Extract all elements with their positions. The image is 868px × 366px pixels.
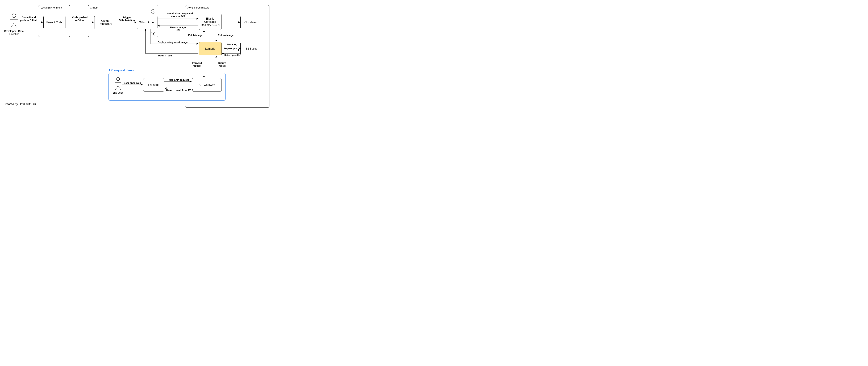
edge-make-api: Make API request [167,79,191,81]
edge-return-result-ga: Return result [155,54,176,57]
edge-fetch-img: Fetch image [187,34,203,37]
credit-line: Created by Hafiz with <3 [3,102,36,106]
edge-ret-pem: Return .pem file [222,54,243,56]
edge-create-img: Create docker image and store in ECR [161,12,195,18]
edge-return-img: Return image [217,34,235,37]
edge-ret-ecs: Return result from ECS [165,89,194,92]
edge-trigger: Trigger Github Action [118,16,136,22]
edge-req-pem: Request .pem file [222,47,243,50]
edge-code-pushed: Code pushed to Github [71,16,89,22]
edge-commit: Commit and push to Github [20,16,38,22]
edge-store-log: Store log [225,43,239,46]
edge-deploy: Deploy using latest image [155,41,190,43]
edge-ret-result: Return result [217,62,227,67]
diagram-canvas: Developer / Data scientist Local Environ… [0,0,270,111]
edge-fwd-req: Forward request [190,62,204,67]
edge-return-uri: Return image URI [167,26,188,32]
edge-user-open: user open web [123,82,142,84]
